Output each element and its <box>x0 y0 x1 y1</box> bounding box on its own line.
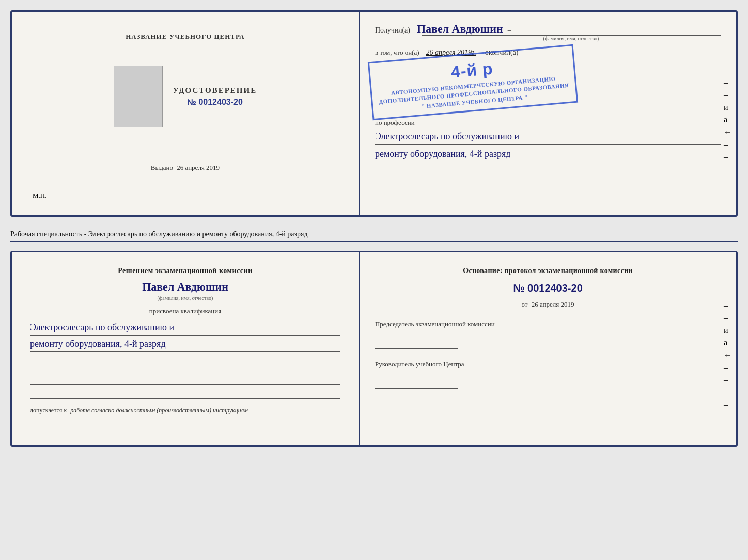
fio-label-top: (фамилия, имя, отчество) <box>422 36 721 41</box>
sig-line-3 <box>30 389 340 399</box>
chairman-title: Председатель экзаменационной комиссии <box>375 319 721 329</box>
issued-date: 26 апреля 2019 <box>177 164 220 171</box>
signature-lines <box>30 360 340 399</box>
photo-placeholder <box>114 66 163 127</box>
okonchil-label: окончил(а) <box>485 49 519 57</box>
profession-label: по профессии <box>375 119 721 127</box>
qualification-label: присвоена квалификация <box>30 307 340 315</box>
cert-number: № 0012403-20 <box>173 98 257 107</box>
top-right-panel: Получил(а) Павел Авдюшин – (фамилия, имя… <box>360 12 736 215</box>
date-from-prefix: от <box>521 300 527 308</box>
recipient-name: Павел Авдюшин <box>417 22 503 36</box>
допускается-block: допускается к работе согласно должностны… <box>30 407 340 414</box>
fio-label-bottom: (фамилия, имя, отчество) <box>30 295 340 301</box>
mp-label: М.П. <box>33 191 46 200</box>
top-document: НАЗВАНИЕ УЧЕБНОГО ЦЕНТРА УДОСТОВЕРЕНИЕ №… <box>10 10 738 217</box>
bottom-left-panel: Решением экзаменационной комиссии Павел … <box>12 252 360 445</box>
vtom-line: в том, что он(а) 26 апреля 2019г. окончи… <box>375 49 721 57</box>
center-section: УДОСТОВЕРЕНИЕ № 0012403-20 <box>114 66 257 127</box>
head-sig-line <box>375 379 458 389</box>
received-label: Получил(а) <box>375 26 410 35</box>
org-name-top: НАЗВАНИЕ УЧЕБНОГО ЦЕНТРА <box>126 33 245 41</box>
protocol-number: № 0012403-20 <box>375 282 721 294</box>
допускается-prefix: допускается к <box>30 407 67 414</box>
stamp-line3: ДОПОЛНИТЕЛЬНОГО ПРОФЕССИОНАЛЬНОГО ОБРАЗО… <box>379 82 569 106</box>
osnование-title: Основание: протокол экзаменационной коми… <box>375 265 721 276</box>
допускается-text: работе согласно должностным (производств… <box>70 407 248 414</box>
bottom-edge-marks: – – – и а ← – – – – <box>724 252 732 445</box>
date-from: от 26 апреля 2019 <box>375 300 721 309</box>
separator-text: Рабочая специальность - Электрослесарь п… <box>10 226 738 242</box>
cert-title: УДОСТОВЕРЕНИЕ <box>173 86 257 95</box>
stamp-line2: АВТОНОМНУЮ НЕКОММЕРЧЕСКУЮ ОРГАНИЗАЦИЮ <box>378 74 569 99</box>
bottom-right-panel: Основание: протокол экзаменационной коми… <box>360 252 736 445</box>
edge-marks: – – – и а ← – – <box>724 12 732 215</box>
head-block: Руководитель учебного Центра <box>375 359 721 389</box>
commission-title: Решением экзаменационной комиссии <box>30 265 340 276</box>
person-name-bottom: Павел Авдюшин <box>30 280 340 295</box>
qualification-line1: Электрослесарь по обслуживанию и <box>30 319 340 336</box>
top-left-panel: НАЗВАНИЕ УЧЕБНОГО ЦЕНТРА УДОСТОВЕРЕНИЕ №… <box>12 12 360 215</box>
stamp-line4: " НАЗВАНИЕ УЧЕБНОГО ЦЕНТРА " <box>379 89 570 114</box>
chairman-block: Председатель экзаменационной комиссии <box>375 319 721 349</box>
profession-line2: ремонту оборудования, 4-й разряд <box>375 147 721 162</box>
cert-title-block: УДОСТОВЕРЕНИЕ № 0012403-20 <box>173 86 257 107</box>
recipient-line: Получил(а) Павел Авдюшин – <box>375 22 721 36</box>
profession-line1: Электрослесарь по обслуживанию и <box>375 129 721 145</box>
date-from-value: 26 апреля 2019 <box>532 300 574 308</box>
date-handwritten: 26 апреля 2019г. <box>426 49 476 57</box>
vtom-label: в том, что он(а) <box>375 49 419 57</box>
sig-line-1 <box>30 360 340 370</box>
qualification-line2: ремонту оборудования, 4-й разряд <box>30 336 340 353</box>
issued-label: Выдано <box>151 164 173 171</box>
sig-line-2 <box>30 374 340 385</box>
bottom-document: Решением экзаменационной комиссии Павел … <box>10 251 738 447</box>
chairman-sig-line <box>375 340 458 349</box>
head-title: Руководитель учебного Центра <box>375 359 721 370</box>
issued-line: Выдано 26 апреля 2019 <box>133 164 237 172</box>
person-name-large: Павел Авдюшин <box>30 280 340 294</box>
